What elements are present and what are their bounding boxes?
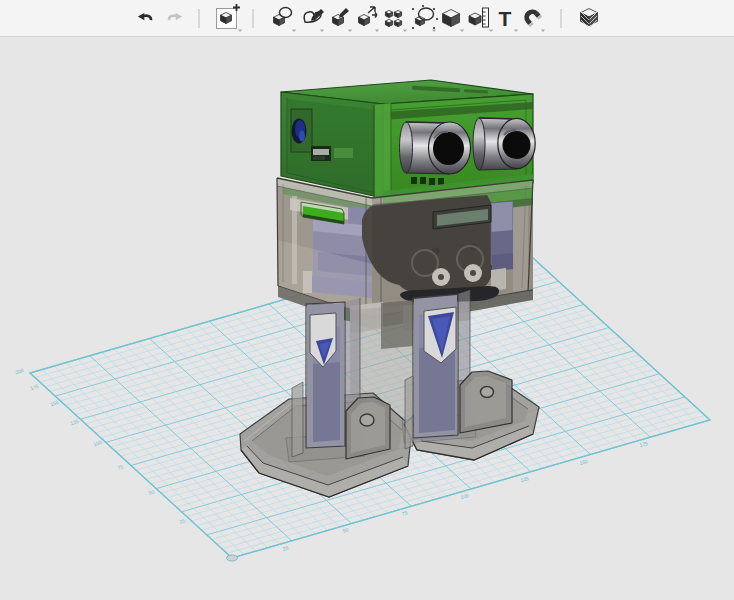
svg-text:100: 100: [460, 492, 470, 500]
svg-text:125: 125: [520, 475, 530, 483]
svg-text:25: 25: [282, 544, 289, 551]
svg-text:50: 50: [148, 488, 155, 495]
svg-text:125: 125: [69, 418, 79, 426]
svg-text:25: 25: [179, 517, 186, 524]
svg-text:100: 100: [92, 439, 102, 447]
svg-text:175: 175: [639, 440, 649, 448]
svg-text:150: 150: [49, 399, 59, 407]
svg-text:175: 175: [29, 383, 39, 391]
svg-text:150: 150: [579, 458, 589, 466]
svg-text:50: 50: [342, 526, 349, 533]
svg-text:75: 75: [117, 463, 124, 470]
svg-text:75: 75: [401, 509, 408, 516]
svg-text:200: 200: [14, 367, 24, 375]
svg-text:T: T: [499, 7, 512, 30]
